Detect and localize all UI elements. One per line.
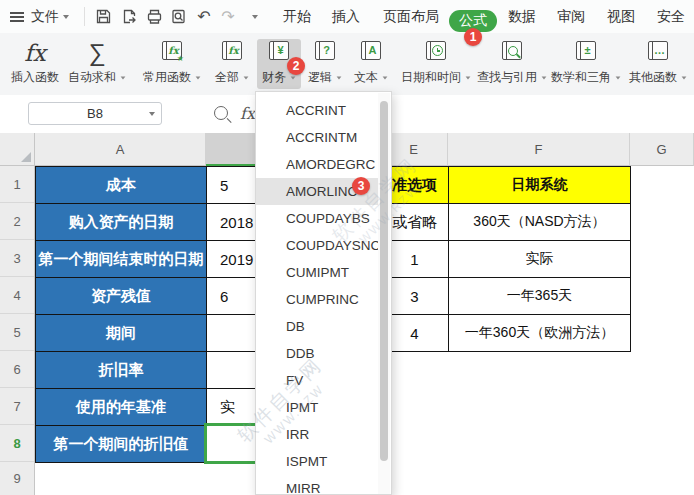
cell-f4[interactable]: 一年365天 (449, 278, 631, 315)
toolbar-more-icon[interactable] (242, 0, 264, 33)
table-ef: 准选项 日期系统 或省略 360天（NASD方法） 1 实际 3 一年365天 … (380, 166, 631, 352)
chevron-down-icon (149, 112, 155, 116)
menu-item-accrint[interactable]: ACCRINT (256, 97, 379, 124)
math-trig-icon: ± (576, 41, 596, 60)
lookup-reference-icon (502, 41, 522, 60)
common-functions-button[interactable]: fx★ 常用函数 (139, 39, 205, 89)
search-function-icon[interactable] (214, 106, 228, 120)
cell-a2[interactable]: 购入资产的日期 (36, 204, 207, 241)
row-number-9[interactable]: 9 (0, 462, 34, 495)
insert-function-icon: fx (24, 41, 45, 65)
print-preview-icon[interactable] (167, 0, 189, 33)
save-icon[interactable] (92, 0, 114, 33)
redo-icon[interactable]: ↷ (217, 0, 239, 33)
file-menu-label: 文件 (31, 8, 59, 26)
cell-f2[interactable]: 360天（NASD方法） (449, 204, 631, 241)
math-trig-button[interactable]: ± 数学和三角 (548, 39, 624, 89)
finance-functions-dropdown: ACCRINT ACCRINTM AMORDEGRC AMORLINC COUP… (255, 91, 392, 495)
dropdown-scrollbar-thumb[interactable] (380, 101, 388, 461)
export-icon[interactable] (118, 0, 140, 33)
wps-spreadsheet-window: 文件 ↶ ↷ 开始 插入 页面布局 公式 数据 审阅 视图 安全 fx 插入函数 (0, 0, 694, 495)
row-number-4[interactable]: 4 (0, 277, 34, 314)
print-icon[interactable] (143, 0, 165, 33)
tab-security[interactable]: 安全 (657, 5, 685, 29)
menu-item-ipmt[interactable]: IPMT (256, 394, 379, 421)
all-functions-button[interactable]: fx 全部 (209, 39, 255, 89)
cell-f1[interactable]: 日期系统 (449, 167, 631, 204)
menu-item-ddb[interactable]: DDB (256, 340, 379, 367)
menu-item-accrintm[interactable]: ACCRINTM (256, 124, 379, 151)
row-number-1[interactable]: 1 (0, 166, 34, 203)
divider (84, 7, 85, 26)
undo-icon[interactable]: ↶ (193, 0, 215, 33)
chevron-down-icon (63, 15, 69, 19)
menu-item-cumprinc[interactable]: CUMPRINC (256, 286, 379, 313)
dropdown-scrollbar-track (378, 93, 390, 494)
menu-item-db[interactable]: DB (256, 313, 379, 340)
hamburger-icon[interactable] (10, 0, 24, 33)
name-box[interactable]: B8 (28, 102, 162, 125)
autosum-button[interactable]: ∑ 自动求和 (64, 39, 130, 89)
cell-f3[interactable]: 实际 (449, 241, 631, 278)
cell-a3[interactable]: 第一个期间结束时的日期 (36, 241, 207, 278)
lookup-reference-button[interactable]: 查找与引用 (474, 39, 550, 89)
step-badge-2: 2 (287, 57, 305, 75)
finance-icon: ¥ (269, 41, 289, 60)
file-menu[interactable]: 文件 (31, 0, 69, 33)
row-number-5[interactable]: 5 (0, 314, 34, 351)
menu-item-cumipmt[interactable]: CUMIPMT (256, 259, 379, 286)
cell-a4[interactable]: 资产残值 (36, 278, 207, 315)
menu-item-amordegrc[interactable]: AMORDEGRC (256, 151, 379, 178)
tab-data[interactable]: 数据 (508, 5, 536, 29)
logic-icon: ? (315, 41, 335, 60)
menu-item-irr[interactable]: IRR (256, 421, 379, 448)
column-header-a[interactable]: A (35, 133, 206, 166)
autosum-icon: ∑ (88, 41, 105, 65)
menu-item-coupdaybs[interactable]: COUPDAYBS (256, 205, 379, 232)
more-functions-button[interactable]: … 其他函数 (626, 39, 690, 89)
column-header-g[interactable]: G (630, 133, 694, 166)
insert-function-button[interactable]: fx 插入函数 (3, 39, 67, 89)
top-menu-bar: 文件 ↶ ↷ 开始 插入 页面布局 公式 数据 审阅 视图 安全 (0, 0, 694, 33)
fx-icon[interactable]: fx (240, 104, 255, 123)
menu-item-fv[interactable]: FV (256, 367, 379, 394)
menu-item-ispmt[interactable]: ISPMT (256, 448, 379, 475)
select-all-corner[interactable] (0, 133, 35, 166)
tab-view[interactable]: 视图 (607, 5, 635, 29)
common-functions-icon: fx★ (162, 41, 182, 60)
all-functions-icon: fx (222, 41, 242, 60)
cell-a5[interactable]: 期间 (36, 315, 207, 352)
row-number-7[interactable]: 7 (0, 388, 34, 425)
row-number-2[interactable]: 2 (0, 203, 34, 240)
date-time-functions-button[interactable]: 日期和时间 (398, 39, 474, 89)
cell-f5[interactable]: 一年360天（欧洲方法） (449, 315, 631, 352)
cell-a7[interactable]: 使用的年基准 (36, 389, 207, 426)
ribbon: fx 插入函数 ∑ 自动求和 fx★ 常用函数 fx 全部 ¥ 财务 ? 逻辑 … (0, 33, 694, 96)
row-number-8-selected[interactable]: 8 (0, 425, 34, 462)
name-box-value: B8 (87, 106, 103, 121)
tab-insert[interactable]: 插入 (332, 5, 360, 29)
step-badge-3: 3 (352, 177, 370, 195)
more-functions-icon: … (648, 41, 668, 60)
cell-a6[interactable]: 折旧率 (36, 352, 207, 389)
cell-a1[interactable]: 成本 (36, 167, 207, 204)
menu-item-mirr[interactable]: MIRR (256, 475, 379, 495)
row-number-6[interactable]: 6 (0, 351, 34, 388)
menu-item-coupdaysnc[interactable]: COUPDAYSNC (256, 232, 379, 259)
row-number-3[interactable]: 3 (0, 240, 34, 277)
date-time-icon (426, 41, 446, 60)
logic-functions-button[interactable]: ? 逻辑 (303, 39, 347, 89)
text-functions-button[interactable]: A 文本 (349, 39, 393, 89)
step-badge-1: 1 (464, 28, 482, 46)
cell-a8[interactable]: 第一个期间的折旧值 (36, 426, 207, 463)
text-icon: A (361, 41, 381, 60)
tab-page-layout[interactable]: 页面布局 (383, 5, 439, 29)
tab-review[interactable]: 审阅 (557, 5, 585, 29)
column-header-f[interactable]: F (448, 133, 630, 166)
tab-home[interactable]: 开始 (283, 5, 311, 29)
